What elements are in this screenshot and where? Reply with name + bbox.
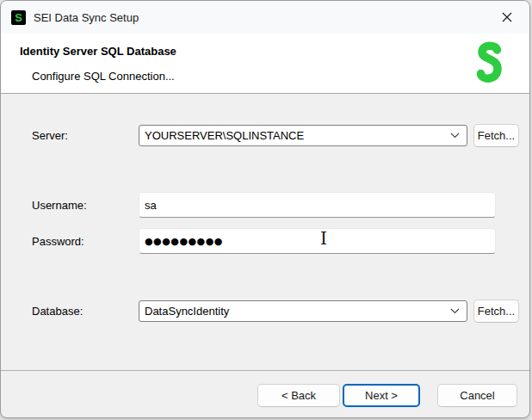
username-input[interactable] [139,192,496,218]
database-fetch-button[interactable]: Fetch... [473,300,519,323]
server-label: Server: [32,129,68,142]
username-label: Username: [32,199,87,212]
next-button[interactable]: Next > [343,384,420,407]
server-combobox[interactable]: YOURSERVER\SQLINSTANCE [139,125,467,146]
database-combobox[interactable]: DataSyncIdentity [139,300,467,322]
window-title: SEI Data Sync Setup [34,11,139,24]
password-label: Password: [32,235,84,248]
close-button[interactable] [487,1,526,33]
back-button[interactable]: < Back [257,384,340,407]
password-input[interactable] [139,228,496,254]
cancel-button[interactable]: Cancel [437,384,517,407]
page-subtitle: Configure SQL Connection... [32,70,175,83]
footer-divider [1,370,529,371]
app-icon: S [11,10,26,25]
database-label: Database: [32,305,83,318]
title-bar: S SEI Data Sync Setup [1,1,529,34]
chevron-down-icon [450,308,460,314]
server-combobox-value: YOURSERVER\SQLINSTANCE [145,129,450,142]
app-icon-letter: S [15,12,22,23]
brand-logo-s-icon [473,40,504,86]
server-fetch-button[interactable]: Fetch... [473,124,519,147]
page-title: Identity Server SQL Database [20,45,176,58]
close-icon [502,12,512,22]
dialog-header: Identity Server SQL Database Configure S… [1,34,529,94]
setup-wizard-window: S SEI Data Sync Setup Identity Server SQ… [0,0,530,418]
database-combobox-value: DataSyncIdentity [145,305,450,318]
chevron-down-icon [450,133,460,139]
